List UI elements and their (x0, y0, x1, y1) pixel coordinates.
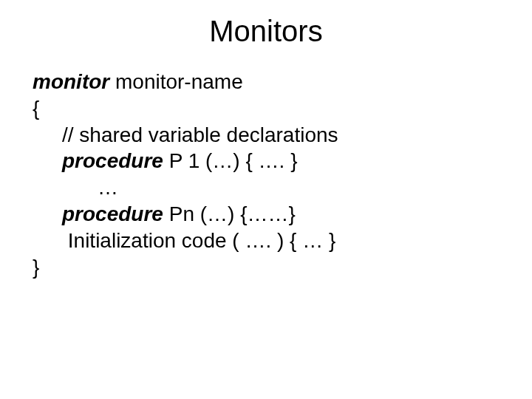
keyword-procedure-n: procedure (62, 202, 163, 225)
text-monitor-name: monitor-name (109, 70, 243, 93)
text-p1: P 1 (…) { …. } (163, 149, 298, 172)
code-line-4: procedure P 1 (…) { …. } (33, 148, 499, 174)
code-line-5: … (33, 174, 499, 201)
code-line-6: procedure Pn (…) {……} (33, 201, 499, 228)
code-line-2: { (33, 95, 499, 122)
code-line-8: } (33, 254, 499, 281)
code-line-1: monitor monitor-name (33, 69, 499, 95)
code-line-7: Initialization code ( …. ) { … } (33, 228, 499, 254)
slide: Monitors monitor monitor-name { // share… (0, 0, 532, 399)
keyword-procedure-1: procedure (62, 149, 163, 172)
slide-title: Monitors (0, 0, 532, 69)
text-pn: Pn (…) {……} (163, 202, 296, 225)
code-block: monitor monitor-name { // shared variabl… (0, 69, 532, 281)
code-line-3: // shared variable declarations (33, 122, 499, 149)
keyword-monitor: monitor (33, 70, 109, 93)
